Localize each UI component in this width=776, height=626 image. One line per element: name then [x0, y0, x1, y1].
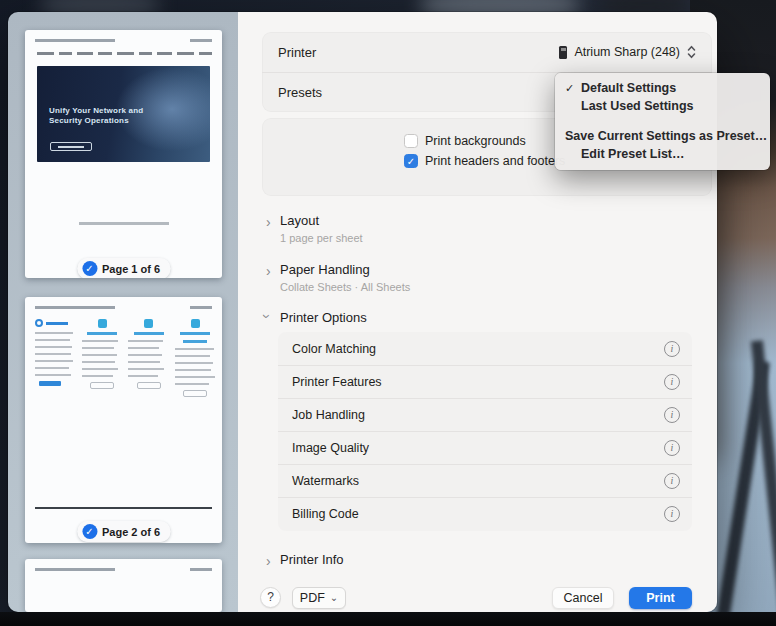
menu-item-edit-preset-list[interactable]: Edit Preset List…: [555, 145, 770, 163]
pdf-label: PDF: [300, 591, 325, 605]
page-3-thumbnail[interactable]: [25, 559, 222, 612]
section-layout[interactable]: Layout: [280, 213, 319, 228]
webpage-hero-image: Unify Your Network and Security Operatio…: [37, 66, 210, 162]
presets-menu: ✓ Default Settings Last Used Settings Sa…: [555, 73, 770, 170]
text-line: [199, 52, 212, 55]
cancel-button[interactable]: Cancel: [552, 587, 614, 609]
chevron-right-icon[interactable]: ›: [266, 263, 276, 279]
section-paper-handling[interactable]: Paper Handling: [280, 262, 370, 277]
print-headers-checkbox[interactable]: ✓: [404, 154, 418, 168]
pdf-dropdown-button[interactable]: PDF ⌄: [292, 587, 346, 609]
info-icon[interactable]: i: [664, 407, 680, 423]
column-heading-skeleton: [180, 332, 210, 335]
chevron-down-icon[interactable]: ›: [259, 314, 275, 324]
button-skeleton: [39, 381, 61, 386]
feature-icon: [191, 319, 200, 328]
text-line: [82, 361, 115, 363]
paper-handling-subtitle: Collate Sheets · All Sheets: [280, 281, 410, 293]
feature-icon: [98, 319, 107, 328]
text-line: [177, 52, 194, 55]
page-preview-sidebar: Unify Your Network and Security Operatio…: [8, 12, 238, 612]
text-line: [82, 340, 118, 342]
text-line: [175, 376, 215, 378]
info-icon[interactable]: i: [664, 473, 680, 489]
info-icon[interactable]: i: [664, 374, 680, 390]
page-1-thumbnail[interactable]: Unify Your Network and Security Operatio…: [25, 30, 222, 278]
text-line: [35, 374, 71, 376]
menu-item-last-used-settings[interactable]: Last Used Settings: [555, 97, 770, 115]
column-skeleton: [35, 319, 77, 397]
text-line: [59, 52, 72, 55]
printer-options-list: Color Matching i Printer Features i Job …: [278, 332, 692, 531]
text-line: [98, 52, 112, 55]
webpage-nav-skeleton: [37, 52, 214, 55]
text-line: [175, 348, 214, 350]
info-icon[interactable]: i: [664, 506, 680, 522]
text-line: [37, 52, 54, 55]
column-heading-skeleton: [134, 332, 164, 335]
button-skeleton: [90, 382, 114, 389]
text-line: [175, 369, 211, 371]
text-line: [82, 347, 114, 349]
text-line: [157, 52, 172, 55]
text-line: [117, 52, 134, 55]
dialog-footer: ? PDF ⌄ Cancel Print: [238, 587, 712, 609]
print-headers-label: Print headers and footers: [425, 154, 565, 168]
text-line: [139, 52, 152, 55]
option-row-printer-features[interactable]: Printer Features i: [278, 365, 692, 398]
button-skeleton: [137, 382, 161, 389]
option-row-job-handling[interactable]: Job Handling i: [278, 398, 692, 431]
column-skeleton: [128, 319, 170, 397]
menu-item-save-preset[interactable]: Save Current Settings as Preset…: [555, 127, 770, 145]
page-2-badge-label: Page 2 of 6: [102, 526, 160, 538]
text-line: [77, 52, 93, 55]
presets-label: Presets: [278, 85, 322, 100]
text-line: [128, 340, 163, 342]
checkbox-row: Print backgrounds: [404, 131, 565, 151]
check-icon: ✓: [565, 82, 581, 95]
option-row-color-matching[interactable]: Color Matching i: [278, 332, 692, 365]
logo-icon: [35, 319, 77, 327]
text-line: [35, 353, 71, 355]
column-skeleton: [82, 319, 124, 397]
option-row-image-quality[interactable]: Image Quality i: [278, 431, 692, 464]
printer-icon: [559, 46, 567, 59]
column-heading-skeleton: [183, 340, 207, 343]
printer-row: Printer Atrium Sharp (248): [262, 32, 712, 72]
page-2-thumbnail[interactable]: ✓ Page 2 of 6: [25, 297, 222, 543]
printer-select[interactable]: Atrium Sharp (248): [559, 45, 696, 59]
help-button[interactable]: ?: [260, 587, 281, 608]
option-row-billing-code[interactable]: Billing Code i: [278, 497, 692, 530]
text-line: [128, 368, 164, 370]
menu-item-default-settings[interactable]: ✓ Default Settings: [555, 79, 770, 97]
info-icon[interactable]: i: [664, 341, 680, 357]
option-row-watermarks[interactable]: Watermarks i: [278, 464, 692, 497]
print-button[interactable]: Print: [629, 587, 692, 609]
text-line: [79, 222, 169, 225]
column-skeleton: [175, 319, 217, 397]
text-line: [128, 354, 162, 356]
section-printer-info[interactable]: Printer Info: [280, 552, 344, 567]
chevron-down-icon: ⌄: [330, 592, 338, 603]
page-2-badge: ✓ Page 2 of 6: [77, 521, 170, 542]
text-line: [128, 375, 158, 377]
info-icon[interactable]: i: [664, 440, 680, 456]
chevron-right-icon[interactable]: ›: [266, 553, 276, 569]
page-divider-line: [35, 507, 212, 509]
menu-separator: [555, 115, 770, 127]
chevron-right-icon[interactable]: ›: [266, 214, 276, 230]
column-heading-skeleton: [87, 332, 117, 335]
page-1-badge-label: Page 1 of 6: [102, 263, 160, 275]
text-line: [175, 383, 209, 385]
hero-headline: Unify Your Network and Security Operatio…: [49, 106, 167, 126]
stepper-icon: [687, 45, 696, 59]
print-backgrounds-checkbox[interactable]: [404, 134, 418, 148]
screen: Unify Your Network and Security Operatio…: [0, 0, 776, 626]
text-line: [35, 332, 73, 334]
section-printer-options[interactable]: Printer Options: [280, 310, 367, 325]
printer-label: Printer: [278, 45, 316, 60]
print-header-text: [35, 306, 212, 310]
text-line: [82, 354, 117, 356]
layout-subtitle: 1 page per sheet: [280, 232, 363, 244]
print-backgrounds-label: Print backgrounds: [425, 134, 526, 148]
